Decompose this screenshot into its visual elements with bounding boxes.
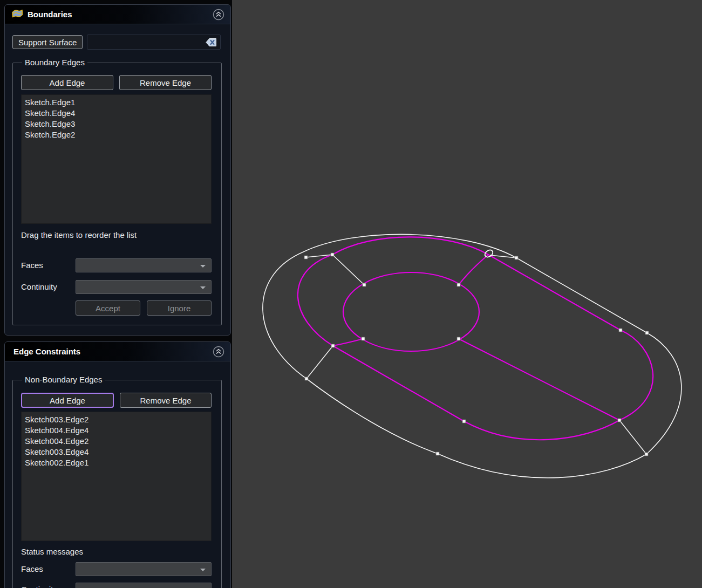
continuity-dropdown[interactable] [76,280,212,294]
vertex-marker[interactable] [304,256,308,259]
remove-edge-button[interactable]: Remove Edge [119,75,212,90]
viewport-svg [232,0,702,588]
vertex-marker[interactable] [363,283,366,286]
vertex-marker[interactable] [331,344,335,347]
edge-list-item[interactable]: Sketch.Edge1 [25,97,208,108]
3d-viewport[interactable] [232,0,702,588]
add-edge-button[interactable]: Add Edge [21,393,114,408]
highlighted-connector-edges[interactable] [333,255,619,420]
panel-title: Boundaries [28,10,72,19]
non-boundary-edges-group: Non-Boundary Edges Add Edge Remove Edge … [12,380,222,588]
vertex-marker[interactable] [457,337,460,340]
task-panel-column: Boundaries Support Surface [0,0,232,588]
faces-label: Faces [21,261,76,270]
chevron-down-icon [200,265,206,268]
chevron-down-icon [200,286,206,289]
vertex-marker[interactable] [331,253,334,256]
chevron-down-icon [200,569,206,571]
support-surface-field-wrap [87,35,221,50]
vertex-marker[interactable] [645,331,649,334]
edge-constraints-panel: Edge Constraints Non-Boundary Edges Add … [4,341,231,588]
vertex-marker[interactable] [436,452,439,455]
clear-input-icon[interactable] [206,38,217,47]
continuity-dropdown[interactable] [76,583,212,588]
vertex-marker[interactable] [305,377,308,380]
edge-list-item[interactable]: Sketch.Edge4 [25,108,208,119]
edge-list-item[interactable]: Sketch003.Edge4 [25,447,208,457]
reorder-hint-text: Drag the items to reorder the list [21,230,212,240]
group-label: Boundary Edges [22,58,87,67]
edge-list-item[interactable]: Sketch002.Edge1 [25,457,208,468]
vertex-marker[interactable] [515,256,518,259]
vertex-marker[interactable] [462,420,466,423]
edge-list-item[interactable]: Sketch.Edge3 [25,119,208,129]
edge-list-item[interactable]: Sketch.Edge2 [25,129,208,140]
vertex-marker[interactable] [619,329,622,332]
ignore-button[interactable]: Ignore [147,300,212,316]
support-surface-button[interactable]: Support Surface [12,35,83,49]
add-edge-button[interactable]: Add Edge [21,75,113,90]
faces-dropdown[interactable] [76,562,212,576]
surface-filling-icon [11,9,23,20]
panel-title: Edge Constraints [13,347,80,356]
boundary-edges-list[interactable]: Sketch.Edge1 Sketch.Edge4 Sketch.Edge3 S… [21,94,212,224]
group-label: Non-Boundary Edges [22,375,105,384]
boundaries-panel: Boundaries Support Surface [4,4,231,336]
edge-list-item[interactable]: Sketch004.Edge2 [25,436,208,447]
continuity-label: Continuity [21,585,76,588]
edge-constraints-panel-header: Edge Constraints [5,342,230,361]
collapse-panel-button[interactable] [212,8,225,21]
edge-list-item[interactable]: Sketch004.Edge4 [25,425,208,436]
accept-button[interactable]: Accept [76,300,140,316]
vertex-markers[interactable] [304,253,649,456]
faces-dropdown[interactable] [76,258,212,272]
outer-boundary-edge[interactable] [263,234,681,477]
remove-edge-button[interactable]: Remove Edge [120,393,212,408]
non-boundary-edges-list[interactable]: Sketch003.Edge2 Sketch004.Edge4 Sketch00… [21,412,212,541]
collapse-panel-button[interactable] [212,345,225,358]
vertex-marker[interactable] [645,453,648,456]
vertex-marker[interactable] [362,337,365,340]
faces-label: Faces [21,564,76,573]
status-messages-label: Status messages [21,547,212,556]
boundaries-panel-header: Boundaries [5,5,230,24]
vertex-marker[interactable] [457,283,460,286]
support-surface-input[interactable] [87,35,220,49]
edge-list-item[interactable]: Sketch003.Edge2 [25,414,208,425]
white-connector-edges[interactable] [306,255,646,454]
boundary-edges-group: Boundary Edges Add Edge Remove Edge Sket… [12,63,222,325]
continuity-label: Continuity [21,282,76,291]
vertex-marker[interactable] [618,419,621,422]
